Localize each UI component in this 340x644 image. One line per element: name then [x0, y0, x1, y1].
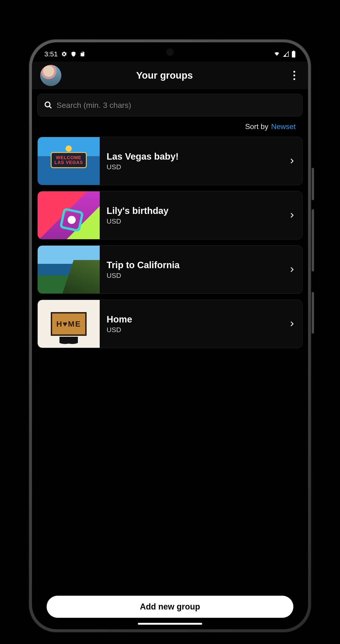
sd-card-icon: [80, 51, 85, 57]
shield-icon: [71, 51, 76, 57]
search-field[interactable]: [37, 94, 303, 116]
app-header: Your groups: [32, 62, 308, 89]
group-card[interactable]: HomeUSD: [37, 300, 303, 348]
group-card[interactable]: Trip to CaliforniaUSD: [37, 246, 303, 294]
settings-gear-icon: [61, 51, 67, 57]
more-menu-icon[interactable]: [289, 70, 300, 81]
battery-icon: [292, 50, 296, 58]
sort-row: Sort by Newset: [37, 116, 303, 137]
group-currency: USD: [107, 217, 282, 225]
group-thumbnail: [38, 300, 100, 348]
group-thumbnail: [38, 137, 100, 185]
wifi-icon: [273, 51, 281, 57]
gesture-bar: [138, 623, 202, 625]
svg-line-1: [49, 106, 51, 108]
sort-label: Sort by: [245, 122, 268, 131]
page-title: Your groups: [45, 70, 284, 81]
group-card[interactable]: Las Vegas baby!USD: [37, 137, 303, 185]
search-input[interactable]: [56, 101, 296, 110]
svg-point-0: [45, 102, 50, 107]
status-time: 3:51: [44, 50, 58, 58]
group-currency: USD: [107, 163, 282, 171]
chevron-right-icon: [282, 246, 302, 294]
chevron-right-icon: [282, 137, 302, 185]
group-name: Las Vegas baby!: [107, 151, 282, 162]
sort-value[interactable]: Newset: [271, 122, 296, 131]
group-list: Las Vegas baby!USDLily's birthdayUSDTrip…: [37, 137, 303, 348]
group-currency: USD: [107, 326, 282, 334]
group-card[interactable]: Lily's birthdayUSD: [37, 191, 303, 240]
group-thumbnail: [38, 191, 100, 239]
cell-signal-icon: [283, 51, 289, 57]
search-icon: [44, 101, 52, 109]
group-name: Lily's birthday: [107, 206, 282, 216]
group-name: Trip to California: [107, 260, 282, 270]
front-camera: [166, 48, 174, 56]
chevron-right-icon: [282, 300, 302, 348]
group-thumbnail: [38, 246, 100, 294]
group-name: Home: [107, 314, 282, 324]
group-currency: USD: [107, 272, 282, 280]
chevron-right-icon: [282, 191, 302, 239]
add-new-group-button[interactable]: Add new group: [47, 596, 293, 618]
